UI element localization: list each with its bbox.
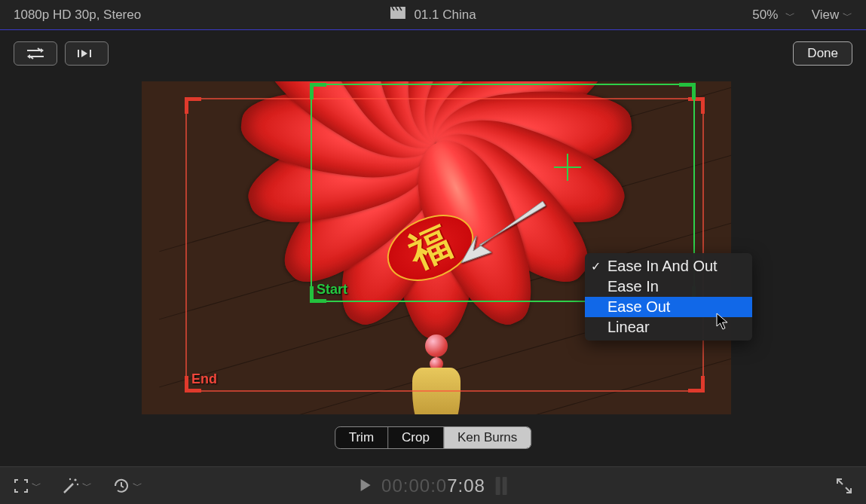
start-frame-label: Start [317,282,347,298]
chevron-down-icon: ﹀ [133,479,142,493]
preview-play-button[interactable] [65,41,109,66]
svg-rect-0 [390,11,405,19]
timecode-display[interactable]: 00:00:07:08 [381,475,485,496]
crop-mode-button[interactable]: Crop [388,427,444,448]
project-name: 01.1 China [414,8,476,23]
enhance-tool-menu[interactable]: ﹀ [63,478,92,494]
easing-option-ease-in-and-out[interactable]: ✓Ease In And Out [585,256,752,276]
svg-point-10 [69,478,71,479]
swap-start-end-button[interactable] [14,41,57,66]
chevron-down-icon: ﹀ [785,10,795,21]
retime-tool-menu[interactable]: ﹀ [113,478,142,494]
ken-burns-mode-button[interactable]: Ken Burns [444,427,531,448]
clapper-icon [390,7,405,23]
svg-point-8 [74,478,76,481]
easing-option-label: Ease Out [607,298,670,315]
crop-mode-segmented-control: Trim Crop Ken Burns [335,426,532,449]
project-title-group: 01.1 China [390,7,476,23]
fullscreen-button[interactable] [836,478,852,494]
bottom-toolbar: ﹀ ﹀ ﹀ 00:00:07:08 [0,466,866,504]
viewer-header: 1080p HD 30p, Stereo 01.1 China 50% ﹀ Vi… [0,0,866,30]
svg-marker-11 [360,479,370,491]
easing-option-label: Linear [607,319,650,335]
audio-meter [496,477,507,495]
svg-point-9 [77,483,78,484]
trim-mode-button[interactable]: Trim [335,427,388,448]
play-button[interactable] [359,475,371,496]
check-icon: ✓ [591,259,601,273]
end-frame-label: End [191,371,217,387]
mouse-cursor-icon [716,313,730,331]
format-info: 1080p HD 30p, Stereo [14,8,141,23]
zoom-level-dropdown[interactable]: 50% ﹀ [752,8,794,23]
easing-option-label: Ease In And Out [607,258,718,274]
svg-marker-6 [81,50,87,57]
chevron-down-icon: ﹀ [843,10,852,21]
easing-option-label: Ease In [607,278,659,295]
transform-tool-menu[interactable]: ﹀ [14,478,41,493]
easing-option-ease-in[interactable]: Ease In [585,276,752,297]
done-button[interactable]: Done [793,41,852,66]
chevron-down-icon: ﹀ [82,479,92,493]
svg-rect-7 [90,50,91,57]
viewer-canvas[interactable]: 福 End Start [142,81,731,414]
svg-rect-5 [78,50,79,57]
view-menu-dropdown[interactable]: View ﹀ [812,8,852,23]
chevron-down-icon: ﹀ [32,479,41,493]
